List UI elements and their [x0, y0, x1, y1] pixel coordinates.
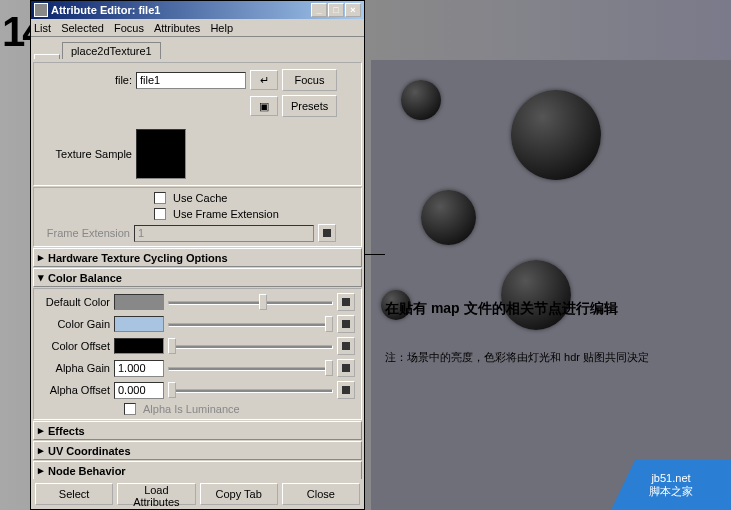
- color-gain-slider[interactable]: [168, 316, 333, 332]
- close-button[interactable]: ×: [345, 3, 361, 17]
- annotation-main: 在贴有 map 文件的相关节点进行编辑: [385, 300, 618, 318]
- preset-icon[interactable]: ▣: [250, 96, 278, 116]
- sphere-object: [401, 80, 441, 120]
- menubar: List Selected Focus Attributes Help: [31, 19, 364, 37]
- color-offset-label: Color Offset: [40, 340, 110, 352]
- frame-ext-input: 1: [134, 225, 314, 242]
- menu-attributes[interactable]: Attributes: [154, 22, 200, 34]
- watermark-name: 脚本之家: [649, 484, 693, 499]
- color-gain-label: Color Gain: [40, 318, 110, 330]
- default-color-slider[interactable]: [168, 294, 333, 310]
- presets-button[interactable]: Presets: [282, 95, 337, 117]
- arrow-right-icon: ▸: [38, 251, 48, 264]
- close-footer-button[interactable]: Close: [282, 483, 360, 505]
- annotation-note: 注：场景中的亮度，色彩将由灯光和 hdr 贴图共同决定: [385, 350, 649, 365]
- section-uv-coordinates[interactable]: ▸UV Coordinates: [33, 441, 362, 460]
- section-effects[interactable]: ▸Effects: [33, 421, 362, 440]
- select-button[interactable]: Select: [35, 483, 113, 505]
- alpha-gain-label: Alpha Gain: [40, 362, 110, 374]
- sphere-object: [501, 260, 571, 330]
- file-label: file:: [42, 74, 132, 86]
- arrow-icon: ↵: [260, 74, 269, 87]
- color-offset-swatch[interactable]: [114, 338, 164, 354]
- menu-help[interactable]: Help: [210, 22, 233, 34]
- map-button[interactable]: [337, 293, 355, 311]
- viewport-3d[interactable]: [371, 60, 731, 510]
- default-color-swatch[interactable]: [114, 294, 164, 310]
- menu-selected[interactable]: Selected: [61, 22, 104, 34]
- app-icon: [34, 3, 48, 17]
- use-cache-label: Use Cache: [173, 192, 227, 204]
- default-color-label: Default Color: [40, 296, 110, 308]
- tab-place2dtexture[interactable]: place2dTexture1: [62, 42, 161, 59]
- frame-ext-label: Frame Extension: [40, 227, 130, 239]
- footer: Select Load Attributes Copy Tab Close: [31, 479, 364, 509]
- titlebar[interactable]: Attribute Editor: file1 _ □ ×: [31, 1, 364, 19]
- focus-node-icon[interactable]: ↵: [250, 70, 278, 90]
- section-color-balance[interactable]: ▾Color Balance: [33, 268, 362, 287]
- color-gain-swatch[interactable]: [114, 316, 164, 332]
- use-frame-ext-checkbox[interactable]: [154, 208, 166, 220]
- alpha-luminance-label: Alpha Is Luminance: [143, 403, 240, 415]
- map-button[interactable]: [337, 381, 355, 399]
- focus-button[interactable]: Focus: [282, 69, 337, 91]
- map-button[interactable]: [337, 337, 355, 355]
- section-hw-texture-cycling[interactable]: ▸Hardware Texture Cycling Options: [33, 248, 362, 267]
- arrow-right-icon: ▸: [38, 424, 48, 437]
- window-title: Attribute Editor: file1: [51, 4, 160, 16]
- map-button[interactable]: [318, 224, 336, 242]
- use-cache-checkbox[interactable]: [154, 192, 166, 204]
- sphere-object: [511, 90, 601, 180]
- use-frame-ext-label: Use Frame Extension: [173, 208, 279, 220]
- watermark-url: jb51.net: [651, 472, 690, 484]
- alpha-offset-slider[interactable]: [168, 382, 333, 398]
- menu-list[interactable]: List: [34, 22, 51, 34]
- texture-sample-label: Texture Sample: [42, 148, 132, 160]
- menu-focus[interactable]: Focus: [114, 22, 144, 34]
- texture-sample-swatch[interactable]: [136, 129, 186, 179]
- tab-bar: place2dTexture1: [31, 37, 364, 59]
- content-area: file: file1 ↵ Focus ▣ Presets Texture Sa…: [31, 59, 364, 479]
- file-input[interactable]: file1: [136, 72, 246, 89]
- alpha-offset-input[interactable]: 0.000: [114, 382, 164, 399]
- alpha-offset-label: Alpha Offset: [40, 384, 110, 396]
- section-node-behavior[interactable]: ▸Node Behavior: [33, 461, 362, 479]
- load-attributes-button[interactable]: Load Attributes: [117, 483, 195, 505]
- arrow-right-icon: ▸: [38, 464, 48, 477]
- map-button[interactable]: [337, 315, 355, 333]
- sphere-object: [421, 190, 476, 245]
- maximize-button[interactable]: □: [328, 3, 344, 17]
- map-button[interactable]: [337, 359, 355, 377]
- minimize-button[interactable]: _: [311, 3, 327, 17]
- attribute-editor-window: Attribute Editor: file1 _ □ × List Selec…: [30, 0, 365, 510]
- copy-tab-button[interactable]: Copy Tab: [200, 483, 278, 505]
- alpha-gain-input[interactable]: 1.000: [114, 360, 164, 377]
- export-icon: ▣: [259, 100, 269, 113]
- color-offset-slider[interactable]: [168, 338, 333, 354]
- alpha-luminance-checkbox[interactable]: [124, 403, 136, 415]
- alpha-gain-slider[interactable]: [168, 360, 333, 376]
- arrow-right-icon: ▸: [38, 444, 48, 457]
- arrow-down-icon: ▾: [38, 271, 48, 284]
